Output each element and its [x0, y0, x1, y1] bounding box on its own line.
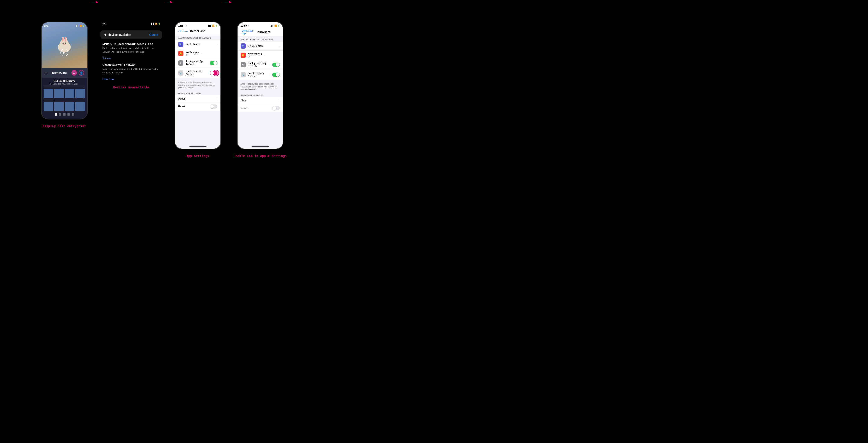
learn-more-link[interactable]: Learn more: [102, 78, 114, 80]
reset-toggle-1[interactable]: [210, 104, 217, 108]
settings-content-1: ALLOW DEMOCAST TO ACCESS 🔍 Siri & Search…: [175, 35, 220, 145]
settings-row-about-1[interactable]: About ›: [175, 95, 220, 102]
thumb-grid-2: [44, 102, 85, 111]
movie-subtitle: Peach Open Movie Project, 2008: [44, 83, 85, 85]
cancel-button[interactable]: Cancel: [149, 33, 159, 36]
settings-group-3: 🔍 Siri & Search › 🔔 Notifications Off: [238, 41, 283, 80]
settings-row-reset-2[interactable]: Reset: [238, 104, 283, 112]
settings-page-title-1: DemoCast: [190, 29, 205, 33]
reset-toggle-2[interactable]: [272, 106, 280, 110]
lna-toggle-2[interactable]: [272, 73, 280, 77]
signal-icon-3: ▐▌▌: [208, 25, 212, 27]
about-chevron-2: ›: [279, 99, 280, 102]
settings-row-reset-1[interactable]: Reset: [175, 102, 220, 110]
siri-chevron-2: ›: [279, 45, 280, 47]
settings-row-lna-2[interactable]: 📡 Local Network Access: [238, 70, 283, 80]
notifications-stack-2: Notifications Off: [248, 53, 262, 58]
settings-back-btn-2[interactable]: ‹ DemoCast app: [241, 29, 255, 34]
movie-title: Big Buck Bunny: [44, 79, 85, 83]
background-toggle-2[interactable]: [272, 63, 280, 67]
home-bar-2: [252, 146, 269, 147]
devices-status-time: 9:41: [102, 22, 107, 25]
lna-icon-2: 📡: [241, 72, 246, 77]
devices-status-bar: 9:41 ▐▌▌ 📶 🔋: [100, 22, 162, 25]
thumb-6[interactable]: [54, 102, 64, 111]
dot-4: [67, 113, 70, 116]
democast-settings-header-1: DEMOCAST SETTINGS: [175, 90, 220, 95]
instruction2-text: Make sure your device and the Cast devic…: [102, 67, 160, 74]
svg-point-7: [65, 42, 66, 44]
phone-hero: 9:41 ▐▌▌ 📶 🔋 ☰ DemoCast ⊡ 👤: [41, 22, 87, 77]
progress-bar: [44, 87, 85, 87]
thumb-8[interactable]: [75, 102, 85, 111]
settings-status-bar-1: 11:57 ▲ ▐▌▌ 📶 🔋: [175, 22, 220, 29]
label-app-settings: App Settings: [186, 154, 209, 158]
background-icon-2: ⚙: [241, 62, 246, 67]
back-chevron-icon-2: ‹: [241, 31, 242, 33]
settings-section-header-1: ALLOW DEMOCAST TO ACCESS: [175, 35, 220, 40]
settings-row-lna-1[interactable]: 📡 Local Network Access: [175, 68, 220, 78]
location-icon: ▲: [185, 25, 187, 27]
status-icons-1: ▐▌▌ 📶 🔋: [75, 25, 85, 27]
hamburger-icon[interactable]: ☰: [44, 71, 48, 75]
play-button[interactable]: ▶: [60, 49, 68, 57]
wifi-icon-3: 📶: [212, 25, 214, 27]
section-app-settings: 11:57 ▲ ▐▌▌ 📶 🔋 ‹ Settings DemoCast: [175, 22, 221, 158]
reset-label-1: Reset: [178, 105, 208, 108]
battery-icon-3: 🔋: [215, 25, 217, 27]
background-label-1: Background App Refresh: [185, 60, 208, 66]
democast-settings-header-2: DEMOCAST SETTINGS: [238, 92, 283, 97]
section-display-cast: 9:41 ▐▌▌ 📶 🔋 ☰ DemoCast ⊡ 👤: [41, 22, 88, 128]
instruction2-heading: Check your Wi-Fi network: [102, 63, 160, 66]
instructions-box: Make sure Local Network Access is on Go …: [100, 42, 162, 81]
devices-status-icons: ▐▌▌ 📶 🔋: [150, 23, 160, 25]
signal-icon-4: ▐▌▌: [270, 25, 274, 27]
cast-icon[interactable]: ⊡: [71, 70, 77, 75]
settings-row-notifications-2[interactable]: 🔔 Notifications Off ›: [238, 51, 283, 60]
settings-row-background-1[interactable]: ⚙ Background App Refresh: [175, 58, 220, 68]
reset-label-2: Reset: [241, 107, 270, 110]
thumb-7[interactable]: [65, 102, 74, 111]
about-label-2: About: [241, 99, 277, 102]
siri-label-2: Siri & Search: [248, 44, 277, 48]
thumb-3[interactable]: [65, 89, 74, 98]
settings-row-notifications-1[interactable]: 🔔 Notifications Off ›: [175, 49, 220, 58]
svg-point-5: [65, 37, 66, 42]
instruction1-heading: Make sure Local Network Access is on: [102, 42, 160, 45]
arrow-3: ▶: [221, 0, 234, 4]
user-icon[interactable]: 👤: [79, 70, 84, 75]
settings-nav-bar-2: ‹ DemoCast app DemoCast: [238, 29, 283, 36]
settings-back-btn-1[interactable]: ‹ Settings: [178, 30, 188, 32]
svg-point-6: [62, 42, 64, 44]
phone-toolbar: ☰ DemoCast ⊡ 👤: [41, 68, 87, 77]
settings-status-bar-2: 11:57 ▲ ▐▌▌ 📶 🔋: [238, 22, 283, 29]
signal-icon: ▐▌▌: [75, 25, 79, 27]
dot-1: [55, 113, 57, 116]
home-bar-1: [189, 146, 206, 147]
toolbar-icons: ⊡ 👤: [71, 70, 84, 75]
dot-5: [71, 113, 74, 116]
settings-link[interactable]: Settings: [102, 57, 111, 59]
settings-phone-2: 11:57 ▲ ▐▌▌ 📶 🔋 ‹ DemoCast app DemoCast: [237, 22, 283, 149]
arrow-1: ▶: [88, 0, 100, 4]
thumb-2[interactable]: [54, 89, 64, 98]
wifi-icon-4: 📶: [275, 25, 277, 27]
settings-row-about-2[interactable]: About ›: [238, 97, 283, 104]
settings-row-siri-1[interactable]: 🔍 Siri & Search ›: [175, 40, 220, 49]
thumb-4[interactable]: [75, 89, 85, 98]
bottom-dots: [44, 113, 85, 116]
settings-group-2: About › Reset: [175, 95, 220, 110]
status-bar-1: 9:41 ▐▌▌ 📶 🔋: [41, 22, 87, 28]
dot-2: [59, 113, 61, 116]
thumb-5[interactable]: [44, 102, 54, 111]
settings-row-background-2[interactable]: ⚙ Background App Refresh: [238, 60, 283, 70]
background-toggle-1[interactable]: [210, 61, 217, 65]
siri-label-1: Siri & Search: [185, 43, 214, 46]
settings-row-siri-2[interactable]: 🔍 Siri & Search ›: [238, 41, 283, 51]
back-chevron-icon: ‹: [178, 30, 179, 32]
lna-toggle-1[interactable]: [210, 71, 217, 75]
thumb-1[interactable]: [44, 89, 54, 98]
lna-label-2: Local Network Access: [248, 72, 270, 78]
lna-icon-1: 📡: [178, 70, 183, 75]
settings-time-2: 11:57 ▲: [241, 24, 250, 27]
